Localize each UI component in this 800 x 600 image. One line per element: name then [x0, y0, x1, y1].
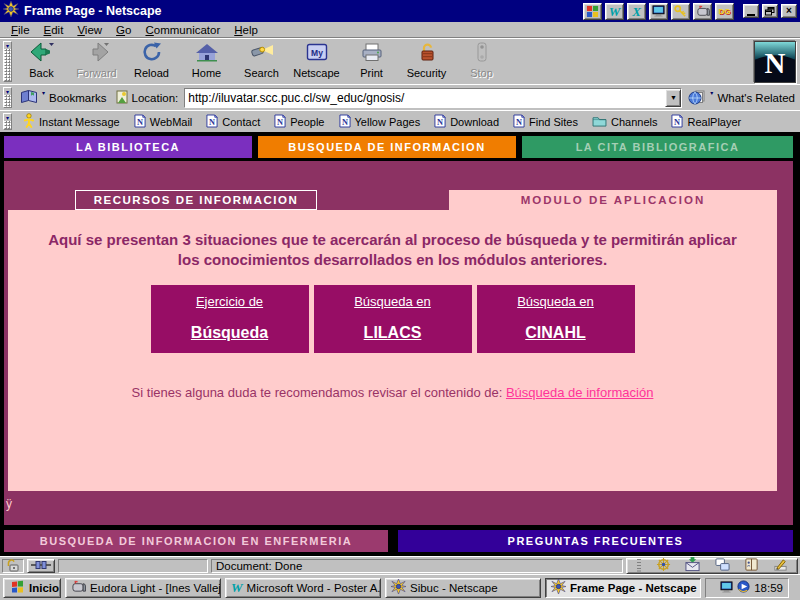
busqueda-lilacs-button[interactable]: Búsqueda en LILACS — [314, 285, 472, 353]
task-word[interactable]: W Microsoft Word - Poster A... — [225, 578, 381, 598]
nav-la-cita-bibliografica[interactable]: LA CITA BIBLIOGRAFICA — [522, 136, 793, 158]
svg-text:N: N — [342, 117, 348, 126]
nav-la-biblioteca[interactable]: LA BIBLIOTECA — [4, 136, 252, 158]
start-button[interactable]: Inicio — [3, 578, 61, 598]
n-page-icon: N — [434, 114, 446, 130]
personal-item-webmail[interactable]: N WebMail — [128, 113, 199, 131]
forward-button[interactable]: Forward — [69, 40, 124, 83]
minimize-button[interactable] — [743, 4, 759, 18]
menu-communicator[interactable]: Communicator — [138, 24, 227, 36]
netscape-throbber[interactable]: N — [754, 41, 796, 83]
link-line[interactable]: Ejercicio de — [196, 294, 263, 309]
back-button[interactable]: Back — [14, 40, 69, 83]
task-eudora[interactable]: Eudora Light - [Ines Vallejo... — [65, 578, 221, 598]
nav-busqueda-de-informacion[interactable]: BUSQUEDA DE INFORMACION — [258, 136, 516, 158]
personal-item-realplayer[interactable]: N RealPlayer — [665, 113, 747, 131]
personal-item-label: People — [290, 116, 324, 128]
personal-item-contact[interactable]: N Contact — [200, 113, 266, 131]
printer-icon — [360, 42, 384, 66]
bottom-nav-bars: BUSQUEDA DE INFORMACION EN ENFERMERIA PR… — [4, 530, 793, 552]
personal-item-instant-message[interactable]: Instant Message — [16, 113, 126, 131]
personal-item-label: WebMail — [150, 116, 193, 128]
realplayer-tray-icon[interactable] — [737, 580, 750, 595]
nav-preguntas-frecuentes[interactable]: PREGUNTAS FRECUENTES — [398, 530, 793, 552]
link-line[interactable]: LILACS — [364, 324, 422, 342]
netscape-app-icon — [3, 1, 19, 21]
discussions-icon[interactable] — [715, 557, 730, 574]
display-icon[interactable] — [649, 3, 668, 20]
personal-item-people[interactable]: N People — [268, 113, 330, 131]
link-line[interactable]: Búsqueda en — [354, 294, 431, 309]
location-toolbar-gripper[interactable] — [3, 87, 12, 108]
menu-go[interactable]: Go — [109, 24, 138, 36]
page-body: RECURSOS DE INFORMACION MODULO DE APLICA… — [4, 161, 793, 525]
menu-help[interactable]: Help — [227, 24, 265, 36]
dock-handle-icon[interactable] — [636, 557, 642, 575]
search-label: Search — [244, 67, 279, 79]
online-status[interactable] — [27, 559, 55, 573]
task-label: Microsoft Word - Poster A... — [247, 582, 381, 594]
addressbook-icon[interactable] — [744, 557, 759, 574]
security-status[interactable] — [2, 559, 24, 573]
bookmarks-button[interactable]: ▾ Bookmarks — [17, 88, 110, 108]
netscape-helm-icon — [551, 579, 566, 596]
desktop-screen: Frame Page - Netscape W X DG × File Edit… — [0, 0, 800, 600]
personal-toolbar-gripper[interactable] — [3, 113, 12, 130]
back-label: Back — [29, 67, 53, 79]
personal-item-find-sites[interactable]: N Find Sites — [507, 113, 584, 131]
task-frame-page-netscape[interactable]: Frame Page - Netscape — [545, 578, 701, 598]
page-proxy[interactable]: Location: — [113, 88, 182, 108]
messenger-icon[interactable] — [685, 557, 700, 574]
dg-icon[interactable]: DG — [715, 3, 734, 20]
mynetscape-button[interactable]: My Netscape — [289, 40, 344, 83]
nav-busqueda-enfermeria[interactable]: BUSQUEDA DE INFORMACION EN ENFERMERIA — [4, 530, 388, 552]
navigator-icon[interactable] — [656, 557, 671, 574]
forward-label: Forward — [76, 67, 116, 79]
link-line[interactable]: Búsqueda — [191, 324, 268, 342]
stop-button[interactable]: Stop — [454, 40, 509, 83]
mailbox-icon — [71, 580, 86, 595]
mailbox-icon[interactable] — [693, 3, 712, 20]
link-line[interactable]: Búsqueda en — [517, 294, 594, 309]
tab-recursos-de-informacion[interactable]: RECURSOS DE INFORMACION — [75, 190, 317, 210]
restore-button[interactable] — [762, 4, 778, 18]
plug-icon — [31, 559, 51, 573]
excel-icon[interactable]: X — [627, 3, 646, 20]
page-proxy-icon — [116, 90, 128, 106]
reload-button[interactable]: Reload — [124, 40, 179, 83]
link-line[interactable]: CINAHL — [525, 324, 585, 342]
print-label: Print — [360, 67, 383, 79]
home-button[interactable]: Home — [179, 40, 234, 83]
navigation-toolbar: Back Forward Reload Home Search My Netsc… — [0, 38, 800, 84]
svg-text:N: N — [674, 117, 680, 126]
office-icon[interactable] — [583, 3, 602, 20]
location-label: Location: — [132, 92, 179, 104]
display-tray-icon[interactable] — [720, 581, 733, 595]
task-sibuc-netscape[interactable]: Sibuc - Netscape — [385, 578, 541, 598]
menu-view[interactable]: View — [70, 24, 109, 36]
search-button[interactable]: Search — [234, 40, 289, 83]
close-button[interactable]: × — [781, 4, 797, 18]
ejercicio-busqueda-button[interactable]: Ejercicio de Búsqueda — [151, 285, 309, 353]
word-icon[interactable]: W — [605, 3, 624, 20]
url-input[interactable] — [185, 90, 665, 106]
clock[interactable]: 18:59 — [754, 582, 783, 594]
window-titlebar[interactable]: Frame Page - Netscape W X DG × — [0, 0, 800, 22]
whats-related-button[interactable]: ▾ What's Related — [685, 88, 798, 108]
personal-item-yellow-pages[interactable]: N Yellow Pages — [333, 113, 427, 131]
personal-item-channels[interactable]: Channels — [586, 113, 663, 131]
key-icon[interactable] — [671, 3, 690, 20]
menu-file[interactable]: File — [4, 24, 37, 36]
url-dropdown-button[interactable]: ▼ — [665, 89, 681, 107]
stray-character: ÿ — [6, 497, 12, 511]
personal-item-download[interactable]: N Download — [428, 113, 505, 131]
tab-modulo-de-aplicacion[interactable]: MODULO DE APLICACION — [449, 190, 777, 210]
composer-icon[interactable] — [773, 557, 788, 574]
busqueda-informacion-link[interactable]: Búsqueda de información — [506, 385, 653, 400]
print-button[interactable]: Print — [344, 40, 399, 83]
toolbar-gripper[interactable] — [3, 41, 12, 82]
busqueda-cinahl-button[interactable]: Búsqueda en CINAHL — [477, 285, 635, 353]
window-title: Frame Page - Netscape — [24, 4, 162, 18]
security-button[interactable]: Security — [399, 40, 454, 83]
menu-edit[interactable]: Edit — [37, 24, 71, 36]
